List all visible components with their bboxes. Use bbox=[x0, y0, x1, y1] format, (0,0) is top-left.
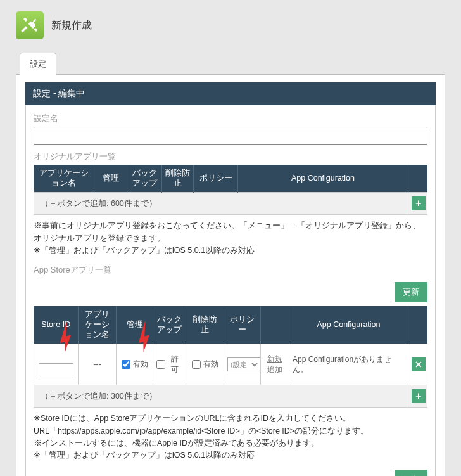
add-appstore-button[interactable]: + bbox=[412, 389, 426, 403]
col-policy2: ポリシー bbox=[224, 306, 261, 344]
setting-name-label: 設定名 bbox=[34, 113, 427, 124]
col-manage2: 管理 bbox=[117, 306, 153, 344]
manage-checkbox-wrap[interactable]: 有効 bbox=[122, 359, 148, 370]
policy-select[interactable]: (設定 bbox=[227, 357, 260, 371]
backup-checkbox[interactable] bbox=[156, 360, 165, 369]
col-appconfig2: App Configuration bbox=[289, 306, 408, 344]
col-backup: バックアップ bbox=[127, 165, 162, 193]
manage-checkbox[interactable] bbox=[122, 360, 130, 369]
col-link bbox=[261, 306, 289, 344]
app-name-cell: --- bbox=[79, 344, 117, 385]
col-manage: 管理 bbox=[94, 165, 127, 193]
col-backup2: バックアップ bbox=[153, 306, 186, 344]
update-button[interactable]: 更新 bbox=[395, 282, 427, 302]
manage-label: 有効 bbox=[133, 359, 148, 370]
original-addline: （＋ボタンで追加: 600件まで） bbox=[34, 193, 408, 215]
original-notes: ※事前にオリジナルアプリ登録をおこなってください。「メニュー」→「オリジナルアプ… bbox=[34, 220, 427, 257]
section-header: 設定 - 編集中 bbox=[25, 82, 436, 105]
col-appname2: アプリケーション名 bbox=[79, 306, 117, 344]
appconfig-cell: App Configurationがありません。 bbox=[289, 344, 408, 385]
tab-settings[interactable]: 設定 bbox=[20, 53, 56, 75]
col-appname: アプリケーション名 bbox=[34, 165, 94, 193]
store-id-input[interactable] bbox=[39, 363, 73, 378]
backup-checkbox-wrap[interactable]: 許可 bbox=[156, 354, 182, 375]
page-title: 新規作成 bbox=[51, 19, 92, 32]
col-action2 bbox=[408, 306, 427, 344]
original-app-table: アプリケーション名 管理 バックアップ 削除防止 ポリシー App Config… bbox=[34, 165, 427, 215]
appstore-table: Store ID アプリケーション名 管理 バックアップ 削除防止 ポリシー A… bbox=[34, 306, 427, 408]
delete-checkbox[interactable] bbox=[192, 360, 201, 369]
setting-name-input[interactable] bbox=[34, 127, 427, 145]
appstore-addline: （＋ボタンで追加: 300件まで） bbox=[34, 385, 408, 408]
col-appconfig: App Configuration bbox=[238, 165, 408, 193]
appstore-title: App Storeアプリ一覧 bbox=[34, 264, 427, 276]
panel: 設定 - 編集中 設定名 オリジナルアプリ一覧 アプリケーション名 管理 バック… bbox=[16, 74, 445, 476]
col-action bbox=[408, 165, 427, 193]
delete-checkbox-wrap[interactable]: 有効 bbox=[192, 359, 218, 370]
col-delete2: 削除防止 bbox=[186, 306, 224, 344]
table-row: --- 有効 bbox=[34, 344, 427, 385]
appstore-notes: ※Store IDには、App Storeアプリケーションの​URLに含まれるI… bbox=[34, 413, 427, 462]
col-delete: 削除防止 bbox=[162, 165, 194, 193]
delete-label: 有効 bbox=[203, 359, 218, 370]
new-add-link[interactable]: 新規追加 bbox=[267, 354, 282, 374]
save-button[interactable]: 保存 bbox=[395, 470, 427, 476]
add-original-button[interactable]: + bbox=[412, 196, 426, 210]
backup-label: 許可 bbox=[168, 354, 182, 375]
delete-row-button[interactable]: ✕ bbox=[412, 357, 426, 371]
tools-icon bbox=[16, 11, 44, 39]
original-app-title: オリジナルアプリ一覧 bbox=[34, 151, 427, 162]
col-policy: ポリシー bbox=[194, 165, 238, 193]
col-storeid: Store ID bbox=[34, 306, 79, 344]
